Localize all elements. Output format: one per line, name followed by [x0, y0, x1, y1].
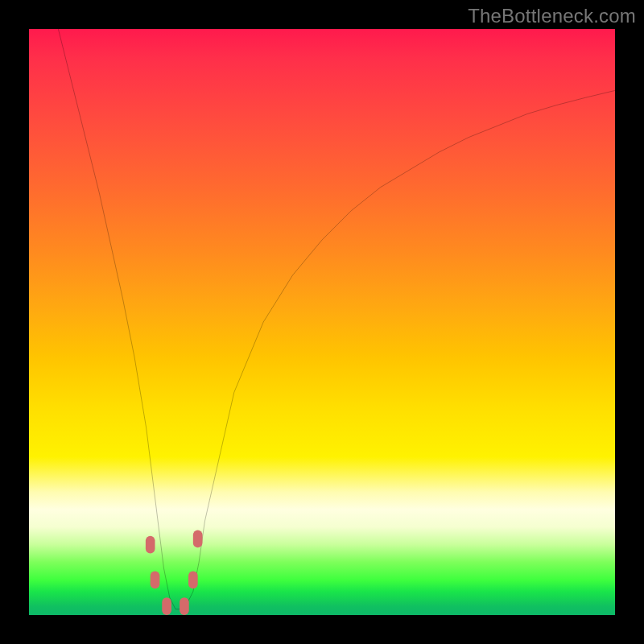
marker-0	[146, 536, 155, 554]
plot-area	[29, 29, 615, 615]
marker-4	[188, 571, 198, 588]
marker-2	[162, 597, 171, 615]
marker-1	[151, 571, 160, 588]
curve-markers	[146, 530, 203, 615]
marker-3	[180, 597, 189, 615]
chart-frame: TheBottleneck.com	[0, 0, 644, 644]
marker-5	[193, 530, 203, 547]
bottleneck-curve	[58, 29, 615, 609]
watermark-text: TheBottleneck.com	[468, 5, 636, 27]
curve-svg	[29, 29, 615, 615]
